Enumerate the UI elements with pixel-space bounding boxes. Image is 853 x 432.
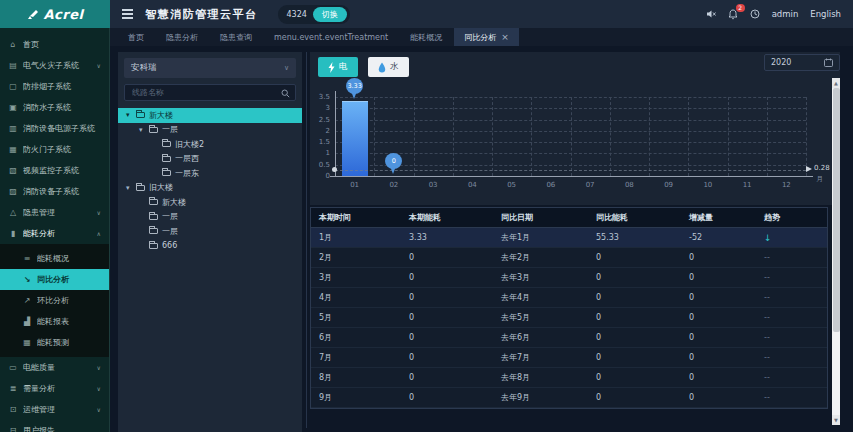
caret-down-icon[interactable]: ▾ (139, 126, 148, 134)
sidebar-item[interactable]: △隐患管理∨ (0, 202, 109, 223)
data-cell: 0 (681, 293, 756, 302)
tree-node[interactable]: 一层 (118, 210, 302, 225)
sidebar-item[interactable]: ⌂首页 (0, 34, 109, 55)
data-cell: 0 (588, 353, 681, 362)
tab-2[interactable]: 隐患分析 (156, 28, 208, 46)
tab-1[interactable]: 首页 (118, 28, 154, 46)
folder-icon (149, 243, 158, 249)
sidebar-item[interactable]: ▦防火门子系统 (0, 139, 109, 160)
menu-collapse-icon[interactable] (122, 13, 133, 15)
markline-start-dot (332, 167, 337, 172)
device-tree: ▾新大楼▾一层旧大楼2一层西一层东▾旧大楼新大楼一层一层666 (118, 108, 302, 432)
data-cell: 9月 (311, 392, 401, 403)
project-switcher[interactable]: 4324 切换 (278, 5, 350, 24)
tab-4[interactable]: menu.event.eventTreatment (264, 28, 398, 46)
tree-node[interactable]: 一层东 (118, 166, 302, 181)
tree-node-label: 旧大楼 (149, 182, 173, 193)
table-row[interactable]: 5月0去年5月00-- (311, 308, 827, 328)
tree-node[interactable]: 新大楼 (118, 195, 302, 210)
tree-node[interactable]: ▾一层 (118, 123, 302, 138)
table-row[interactable]: 1月3.33去年1月55.33-52↓ (311, 228, 827, 248)
scrollbar-thumb[interactable] (833, 88, 840, 332)
sidebar-subitem[interactable]: ↗环比分析 (0, 290, 109, 311)
sidebar-subitem[interactable]: ≡能耗概况 (0, 248, 109, 269)
v-gridline (806, 97, 807, 176)
sidebar-item[interactable]: ≣需量分析∨ (0, 378, 109, 399)
tab-close-icon[interactable]: × (501, 33, 509, 42)
sidebar-item[interactable]: ▣消防水子系统 (0, 97, 109, 118)
tree-node[interactable]: 666 (118, 239, 302, 254)
column-header: 同比日期 (493, 212, 588, 223)
sidebar-item[interactable]: ⊡运维管理∨ (0, 399, 109, 420)
sidebar-subitem[interactable]: ▟能耗报表 (0, 311, 109, 332)
tab-6[interactable]: 同比分析× (454, 28, 519, 46)
tree-node[interactable]: 一层 (118, 224, 302, 239)
caret-down-icon[interactable]: ▾ (126, 184, 135, 192)
vertical-scrollbar[interactable]: ▲ ▼ (832, 78, 840, 425)
data-cell: 55.33 (588, 233, 681, 242)
table-row[interactable]: 7月0去年7月00-- (311, 348, 827, 368)
sidebar-item-label: 首页 (23, 39, 101, 50)
project-select[interactable]: 安科瑞 ∨ (124, 58, 296, 78)
user-menu[interactable]: admin (772, 9, 799, 19)
caret-down-icon[interactable]: ▾ (126, 111, 135, 119)
tab-5[interactable]: 能耗概况 (400, 28, 452, 46)
notification-bell-icon[interactable]: 2 (728, 9, 738, 20)
sidebar-item[interactable]: ▤电气火灾子系统∨ (0, 55, 109, 76)
table-row[interactable]: 8月0去年8月00-- (311, 368, 827, 388)
data-cell: 去年5月 (493, 312, 588, 323)
sidebar-item[interactable]: ▨消防设备子系统 (0, 181, 109, 202)
bar-01 (342, 101, 368, 176)
v-gridline (492, 97, 493, 176)
mute-icon[interactable] (706, 9, 716, 19)
v-gridline (767, 97, 768, 176)
switch-button[interactable]: 切换 (313, 7, 347, 22)
app-window: Acrel 智慧消防管理云平台 4324 切换 2 admin English (0, 0, 853, 432)
scroll-down-arrow-icon[interactable]: ▼ (832, 415, 840, 425)
sidebar-item[interactable]: ▢防排烟子系统 (0, 76, 109, 97)
sidebar-item[interactable]: ▮能耗分析∧ (0, 223, 109, 244)
data-cell: 0 (401, 253, 493, 262)
clock-icon[interactable] (750, 9, 760, 19)
power-quality-icon: ▭ (8, 364, 18, 372)
v-gridline (610, 97, 611, 176)
sidebar-item[interactable]: ▭电能质量∨ (0, 357, 109, 378)
sidebar-subitem[interactable]: ▦能耗预测 (0, 332, 109, 353)
trend-cell: -- (756, 393, 827, 402)
table-row[interactable]: 6月0去年6月00-- (311, 328, 827, 348)
y-axis-tick: 2.5 (310, 116, 330, 124)
panel-divider (306, 52, 307, 428)
y-axis-tick: 0.5 (310, 161, 330, 169)
sidebar-subitem-label: 能耗预测 (37, 337, 101, 348)
data-cell: 2月 (311, 252, 401, 263)
sidebar-item[interactable]: ▥消防设备电源子系统 (0, 118, 109, 139)
folder-icon (149, 228, 158, 234)
chevron-down-icon: ∨ (97, 385, 101, 392)
tree-node[interactable]: ▾新大楼 (118, 108, 302, 123)
folder-icon (149, 127, 158, 133)
equipment-power-icon: ▥ (8, 125, 18, 133)
column-header: 本期时间 (311, 212, 401, 223)
table-row[interactable]: 3月0去年3月00-- (311, 268, 827, 288)
hazard-icon: △ (8, 209, 18, 217)
sidebar-subitem[interactable]: ↘同比分析 (0, 269, 109, 290)
search-input[interactable] (130, 87, 281, 98)
tree-node-label: 666 (162, 241, 177, 250)
scroll-up-arrow-icon[interactable]: ▲ (832, 78, 840, 88)
v-gridline (453, 97, 454, 176)
sidebar-item[interactable]: ▧视频监控子系统 (0, 160, 109, 181)
table-row[interactable]: 2月0去年2月00-- (311, 248, 827, 268)
ops-icon: ⊡ (8, 406, 18, 414)
tab-3[interactable]: 隐患查询 (210, 28, 262, 46)
search-icon[interactable] (281, 83, 290, 102)
tree-node[interactable]: ▾旧大楼 (118, 181, 302, 196)
brand-logo[interactable]: Acrel (0, 0, 110, 28)
tree-node[interactable]: 一层西 (118, 152, 302, 167)
sidebar-item[interactable]: ⊟用户报告 (0, 420, 109, 432)
language-switcher[interactable]: English (810, 9, 841, 19)
tree-node-label: 新大楼 (149, 110, 173, 121)
tree-node[interactable]: 旧大楼2 (118, 137, 302, 152)
table-row[interactable]: 9月0去年9月00-- (311, 388, 827, 408)
table-row[interactable]: 4月0去年4月00-- (311, 288, 827, 308)
device-tree-panel: 安科瑞 ∨ ▾新大楼▾一层旧大楼2一层西一层东▾旧大楼新大楼一层一层666 (118, 52, 302, 432)
